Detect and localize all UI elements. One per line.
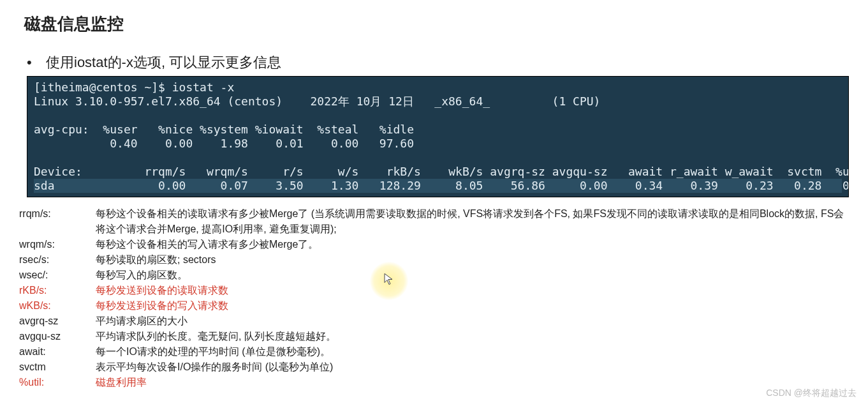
terminal-dev-values: sda 0.00 0.07 3.50 1.30 128.29 8.05 56.8…: [34, 179, 842, 193]
terminal-sysline: Linux 3.10.0-957.el7.x86_64 (centos) 202…: [34, 95, 600, 108]
definition-text: 每秒发送到设备的写入请求数: [96, 298, 849, 314]
terminal-cpu-values: 0.40 0.00 1.98 0.01 0.00 97.60: [34, 137, 414, 150]
definition-row: wKB/s:每秒发送到设备的写入请求数: [19, 298, 849, 314]
definition-text: 每秒这个设备相关的读取请求有多少被Merge了 (当系统调用需要读取数据的时候,…: [96, 206, 849, 237]
bullet-text: 使用iostat的-x选项, 可以显示更多信息: [46, 54, 281, 70]
definition-text: 每秒读取的扇区数; sectors: [96, 252, 849, 268]
definition-label: %util:: [19, 375, 96, 390]
definition-text: 平均请求队列的长度。毫无疑问, 队列长度越短越好。: [96, 329, 849, 344]
bullet-dot: •: [27, 54, 46, 71]
definition-text: 每秒写入的扇区数。: [96, 268, 849, 283]
definition-label: avgqu-sz: [19, 329, 96, 344]
definition-label: wrqm/s:: [19, 237, 96, 252]
definition-text: 每秒发送到设备的读取请求数: [96, 283, 849, 298]
definition-text: 每一个IO请求的处理的平均时间 (单位是微秒毫秒)。: [96, 344, 849, 359]
definition-text: 表示平均每次设备I/O操作的服务时间 (以毫秒为单位): [96, 359, 849, 375]
section-title: 磁盘信息监控: [24, 13, 849, 35]
watermark: CSDN @终将超越过去: [766, 388, 857, 399]
definition-row: avgqu-sz平均请求队列的长度。毫无疑问, 队列长度越短越好。: [19, 329, 849, 344]
definition-row: svctm表示平均每次设备I/O操作的服务时间 (以毫秒为单位): [19, 359, 849, 375]
definition-row: rKB/s:每秒发送到设备的读取请求数: [19, 283, 849, 298]
bullet-line: •使用iostat的-x选项, 可以显示更多信息: [27, 53, 849, 72]
definition-label: wKB/s:: [19, 298, 96, 314]
definition-label: rrqm/s:: [19, 206, 96, 222]
definition-row: rsec/s:每秒读取的扇区数; sectors: [19, 252, 849, 268]
definition-text: 磁盘利用率: [96, 375, 849, 390]
definition-row: await:每一个IO请求的处理的平均时间 (单位是微秒毫秒)。: [19, 344, 849, 359]
definition-text: 平均请求扇区的大小: [96, 314, 849, 329]
definition-label: wsec/:: [19, 268, 96, 283]
definition-label: rKB/s:: [19, 283, 96, 298]
definition-text: 每秒这个设备相关的写入请求有多少被Merge了。: [96, 237, 849, 252]
definition-row: %util:磁盘利用率: [19, 375, 849, 390]
definition-row: wsec/:每秒写入的扇区数。: [19, 268, 849, 283]
terminal-prompt: [itheima@centos ~]$ iostat -x: [34, 80, 234, 94]
definition-label: await:: [19, 344, 96, 359]
terminal-output: [itheima@centos ~]$ iostat -x Linux 3.10…: [27, 76, 849, 197]
definition-row: rrqm/s:每秒这个设备相关的读取请求有多少被Merge了 (当系统调用需要读…: [19, 206, 849, 237]
definition-label: rsec/s:: [19, 252, 96, 268]
terminal-dev-header: Device: rrqm/s wrqm/s r/s w/s rkB/s wkB/…: [34, 165, 849, 178]
definition-row: wrqm/s:每秒这个设备相关的写入请求有多少被Merge了。: [19, 237, 849, 252]
definition-label: avgrq-sz: [19, 314, 96, 329]
definitions-block: rrqm/s:每秒这个设备相关的读取请求有多少被Merge了 (当系统调用需要读…: [19, 206, 849, 390]
terminal-cpu-header: avg-cpu: %user %nice %system %iowait %st…: [34, 123, 414, 136]
definition-label: svctm: [19, 359, 96, 375]
definition-row: avgrq-sz平均请求扇区的大小: [19, 314, 849, 329]
